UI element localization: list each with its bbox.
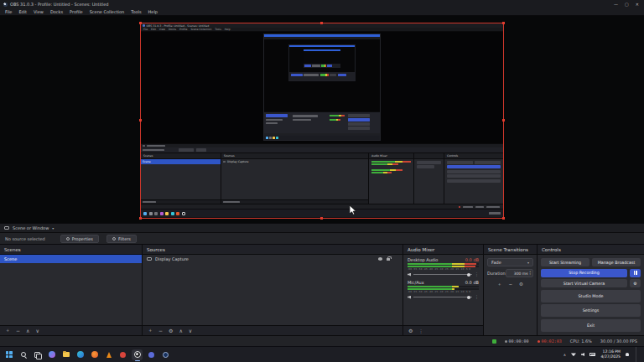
- transition-properties-button[interactable]: ⚙: [519, 282, 523, 287]
- transition-select[interactable]: Fade ▾: [487, 258, 533, 266]
- remove-source-button[interactable]: −: [158, 328, 163, 334]
- taskbar-file-explorer-icon[interactable]: [60, 349, 71, 360]
- taskbar-app-icon[interactable]: [117, 349, 128, 360]
- taskbar-widgets-icon[interactable]: [46, 349, 57, 360]
- virtual-camera-config-button[interactable]: ⚙: [630, 279, 641, 287]
- obs-logo-icon: [3, 3, 8, 7]
- start-virtual-camera-button[interactable]: Start Virtual Camera: [541, 279, 627, 287]
- lock-icon[interactable]: [387, 258, 390, 261]
- tray-overflow-chevron[interactable]: ∧: [564, 353, 566, 357]
- audio-mixer-title[interactable]: Audio Mixer: [403, 245, 483, 255]
- advanced-audio-button[interactable]: ⚙: [408, 328, 413, 334]
- transform-handle[interactable]: [139, 22, 142, 24]
- nested-capture-level-3: [288, 44, 356, 81]
- channel-menu-icon[interactable]: ⋮: [475, 272, 479, 277]
- wifi-icon[interactable]: [571, 353, 576, 357]
- transform-handle[interactable]: [139, 217, 142, 220]
- menu-view[interactable]: View: [34, 9, 44, 14]
- pause-recording-button[interactable]: [630, 269, 641, 277]
- stream-status-icon: [505, 340, 507, 343]
- display-capture-preview[interactable]: OBS 31.0.3 - Profile: Untitled - Scenes:…: [141, 23, 503, 218]
- meter-scale: -60 -55 -50 -45 -40 -35 -30 -25 -20 -15 …: [408, 291, 479, 293]
- taskbar-steam-icon[interactable]: [160, 349, 171, 360]
- menu-tools[interactable]: Tools: [131, 9, 141, 14]
- controls-title[interactable]: Controls: [538, 245, 644, 255]
- menu-file[interactable]: File: [5, 9, 12, 14]
- taskbar-start-button[interactable]: [3, 349, 14, 360]
- nested-capture-level-2: [263, 34, 381, 141]
- taskbar-firefox-icon[interactable]: [89, 349, 100, 360]
- menu-scene-collection[interactable]: Scene Collection: [90, 9, 125, 14]
- taskbar-edge-icon[interactable]: [75, 349, 86, 360]
- move-scene-up-button[interactable]: ∧: [26, 328, 29, 334]
- maximize-button[interactable]: ▢: [625, 2, 629, 7]
- add-scene-button[interactable]: ＋: [5, 327, 10, 334]
- clock-date: 4/27/2025: [600, 354, 621, 359]
- channel-menu-icon[interactable]: ⋮: [475, 295, 479, 299]
- scene-transitions-panel: Scene Transitions Fade ▾ Duration 300 ms…: [484, 245, 538, 335]
- move-scene-down-button[interactable]: ∨: [35, 328, 39, 334]
- transform-handle[interactable]: [502, 22, 505, 24]
- battery-icon[interactable]: [589, 353, 595, 356]
- taskbar-obs-icon[interactable]: [132, 349, 143, 360]
- taskbar-vlc-icon[interactable]: [103, 349, 114, 360]
- mic-aux-volume-slider[interactable]: [413, 297, 472, 297]
- move-source-down-button[interactable]: ∨: [189, 328, 192, 334]
- studio-mode-button[interactable]: Studio Mode: [541, 290, 641, 303]
- transform-handle[interactable]: [139, 119, 142, 122]
- close-button[interactable]: ✕: [636, 2, 639, 7]
- exit-button[interactable]: Exit: [541, 319, 641, 332]
- source-list-item[interactable]: Display Capture: [143, 255, 402, 263]
- visibility-eye-icon[interactable]: [378, 257, 382, 261]
- congestion-indicator: [492, 339, 496, 344]
- volume-icon[interactable]: [581, 353, 585, 357]
- add-source-button[interactable]: ＋: [148, 327, 153, 334]
- remove-transition-button[interactable]: −: [508, 282, 512, 287]
- speaker-icon[interactable]: [408, 296, 411, 299]
- transform-handle[interactable]: [320, 22, 323, 24]
- menu-help[interactable]: Help: [148, 9, 158, 14]
- scenes-panel-title[interactable]: Scenes: [0, 245, 142, 255]
- transform-handle[interactable]: [502, 217, 505, 220]
- filters-button[interactable]: Filters: [106, 235, 137, 243]
- menu-docks[interactable]: Docks: [50, 9, 63, 14]
- remove-scene-button[interactable]: −: [16, 328, 20, 334]
- properties-button[interactable]: Properties: [60, 235, 99, 243]
- add-transition-button[interactable]: ＋: [497, 282, 502, 287]
- source-properties-button[interactable]: ⚙: [169, 328, 173, 334]
- manage-broadcast-button[interactable]: Manage Broadcast: [592, 258, 641, 266]
- speaker-icon[interactable]: [408, 273, 411, 277]
- scene-transitions-title[interactable]: Scene Transitions: [484, 245, 537, 255]
- settings-button[interactable]: Settings: [541, 304, 641, 317]
- transform-handle[interactable]: [502, 119, 505, 122]
- show-desktop-button[interactable]: [636, 347, 637, 362]
- desktop-audio-meter: [408, 266, 479, 267]
- mic-aux-meter: [408, 286, 479, 287]
- filters-icon: [112, 237, 116, 240]
- start-streaming-button[interactable]: Start Streaming: [541, 258, 589, 266]
- mixer-menu-icon[interactable]: ⋮: [418, 328, 423, 334]
- desktop-audio-meter: [408, 263, 479, 265]
- taskbar-task-view-button[interactable]: [32, 349, 43, 360]
- desktop-audio-volume-slider[interactable]: [413, 274, 472, 275]
- audio-mixer-panel: Audio Mixer Desktop Audio 0.0 dB -60 -55…: [403, 245, 484, 335]
- minimize-button[interactable]: —: [614, 2, 618, 7]
- sources-panel-title[interactable]: Sources: [143, 245, 402, 255]
- mic-aux-meter: [408, 288, 479, 290]
- taskbar-search-button[interactable]: [18, 349, 29, 360]
- nested-window-title: OBS 31.0.3 - Profile: Untitled - Scenes:…: [147, 24, 210, 28]
- menu-profile[interactable]: Profile: [70, 9, 83, 14]
- capture-target-combobox[interactable]: Scene or Window: [13, 225, 49, 230]
- scene-list-item[interactable]: Scene: [0, 255, 142, 263]
- notification-bell-icon[interactable]: [626, 353, 629, 356]
- transform-handle[interactable]: [320, 217, 323, 220]
- nested-capture-level-4: [304, 49, 340, 68]
- taskbar-discord-icon[interactable]: [146, 349, 157, 360]
- preview-canvas[interactable]: OBS 31.0.3 - Profile: Untitled - Scenes:…: [0, 16, 644, 223]
- system-tray: ∧ 12:16 PM 4/27/2025: [564, 347, 641, 362]
- menu-edit[interactable]: Edit: [18, 9, 27, 14]
- stop-recording-button[interactable]: Stop Recording: [541, 269, 627, 277]
- duration-spinbox[interactable]: 300 ms ▴▾: [506, 269, 533, 277]
- taskbar-clock[interactable]: 12:16 PM 4/27/2025: [600, 349, 621, 359]
- move-source-up-button[interactable]: ∧: [179, 328, 182, 334]
